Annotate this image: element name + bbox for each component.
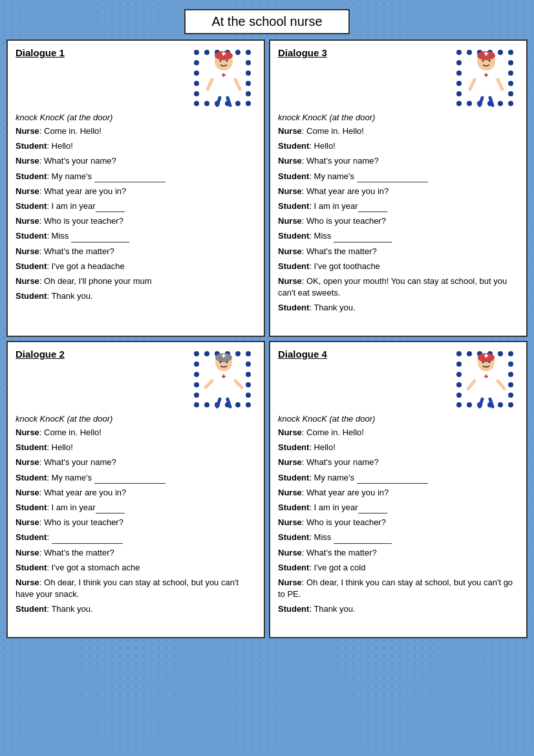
svg-point-78 bbox=[235, 402, 240, 407]
svg-point-85 bbox=[246, 372, 251, 377]
svg-point-107 bbox=[508, 351, 513, 356]
svg-rect-58 bbox=[486, 52, 487, 56]
svg-point-60 bbox=[489, 60, 491, 62]
d3-line-1: Nurse: Come in. Hello! bbox=[278, 125, 518, 137]
svg-point-106 bbox=[498, 351, 503, 356]
svg-point-45 bbox=[508, 101, 513, 106]
d4-line-3: Nurse: What's your name? bbox=[278, 457, 518, 468]
svg-point-15 bbox=[194, 91, 199, 96]
svg-point-6 bbox=[194, 101, 199, 106]
d1-line-5: Nurse: What year are you in? bbox=[16, 186, 256, 197]
d3-line-3: Nurse: What's your name? bbox=[278, 155, 518, 167]
svg-rect-131 bbox=[486, 374, 487, 378]
svg-point-83 bbox=[194, 393, 199, 398]
svg-point-16 bbox=[246, 60, 251, 65]
svg-rect-63 bbox=[486, 73, 487, 77]
d1-line-0: knock KnocK (at the door) bbox=[16, 113, 256, 122]
dialogue-1-lines: knock KnocK (at the door) Nurse: Come in… bbox=[16, 113, 256, 302]
d4-line-10: Student: I've got a cold bbox=[278, 562, 518, 574]
svg-point-1 bbox=[204, 50, 209, 55]
svg-point-14 bbox=[194, 81, 199, 86]
svg-point-35 bbox=[467, 50, 472, 55]
d4-line-11: Nurse: Oh dear, I think you can stay at … bbox=[278, 577, 518, 600]
d1-line-6: Student: I am in year bbox=[16, 200, 256, 212]
svg-point-17 bbox=[246, 70, 251, 76]
svg-line-31 bbox=[235, 80, 240, 89]
d1-line-11: Nurse: Oh dear, I'll phone your mum bbox=[16, 275, 256, 287]
d4-line-4: Student: My name's bbox=[278, 472, 518, 484]
page-title: At the school nurse bbox=[211, 14, 322, 29]
svg-point-74 bbox=[194, 402, 199, 407]
svg-point-12 bbox=[194, 60, 199, 65]
d2-line-4: Student: My name's bbox=[16, 472, 256, 484]
svg-point-81 bbox=[194, 372, 199, 377]
d1-line-12: Student: Thank you. bbox=[16, 290, 256, 302]
d1-line-9: Nurse: What's the matter? bbox=[16, 246, 256, 257]
svg-point-0 bbox=[194, 50, 199, 55]
svg-point-102 bbox=[456, 351, 462, 356]
d3-line-10: Student: I've got toothache bbox=[278, 261, 518, 272]
d3-line-7: Nurse: Who is your teacher? bbox=[278, 215, 518, 227]
dialogue-4-lines: knock KnocK (at the door) Nurse: Come in… bbox=[278, 414, 518, 615]
dialogue-3-title: Dialogue 3 bbox=[278, 47, 327, 58]
svg-point-34 bbox=[456, 50, 462, 55]
d1-line-4: Student: My name's bbox=[16, 171, 256, 182]
svg-point-13 bbox=[194, 70, 199, 76]
svg-point-84 bbox=[246, 362, 251, 367]
svg-rect-126 bbox=[486, 354, 487, 358]
d1-line-8: Student: Miss bbox=[16, 230, 256, 242]
dialogue-1-box: Dialogue 1 bbox=[6, 39, 265, 337]
d4-line-0: knock KnocK (at the door) bbox=[278, 414, 518, 424]
svg-point-40 bbox=[456, 101, 462, 106]
svg-point-73 bbox=[246, 351, 251, 356]
svg-line-133 bbox=[498, 381, 504, 389]
svg-point-79 bbox=[246, 402, 251, 407]
svg-point-50 bbox=[508, 60, 513, 65]
svg-point-44 bbox=[498, 101, 503, 106]
svg-point-41 bbox=[467, 101, 472, 106]
dialogue-2-box: Dialogue 2 bbox=[6, 341, 265, 638]
svg-point-48 bbox=[456, 81, 462, 86]
svg-point-117 bbox=[456, 393, 462, 398]
d2-line-11: Nurse: Oh dear, I think you can stay at … bbox=[16, 577, 256, 600]
d1-line-7: Nurse: Who is your teacher? bbox=[16, 215, 256, 227]
svg-point-116 bbox=[456, 382, 462, 387]
svg-point-93 bbox=[220, 362, 222, 363]
svg-point-108 bbox=[456, 402, 462, 407]
d2-line-8: Student: bbox=[16, 532, 256, 543]
d2-line-12: Student: Thank you. bbox=[16, 603, 256, 615]
d4-line-8: Student: Miss bbox=[278, 532, 518, 543]
svg-point-26 bbox=[226, 60, 228, 62]
dialogue-4-title: Dialogue 4 bbox=[278, 349, 327, 360]
dialogue-4-box: Dialogue 4 bbox=[269, 341, 528, 638]
svg-rect-24 bbox=[223, 52, 224, 56]
svg-point-113 bbox=[508, 402, 513, 407]
svg-point-82 bbox=[194, 382, 199, 387]
svg-point-47 bbox=[456, 70, 462, 76]
svg-line-64 bbox=[470, 80, 475, 89]
svg-point-75 bbox=[204, 402, 209, 407]
d2-line-0: knock KnocK (at the door) bbox=[16, 414, 256, 424]
svg-point-25 bbox=[220, 60, 222, 62]
svg-line-30 bbox=[208, 80, 212, 89]
svg-line-65 bbox=[498, 80, 502, 89]
svg-point-87 bbox=[246, 393, 251, 398]
d4-line-7: Nurse: Who is your teacher? bbox=[278, 517, 518, 528]
svg-point-51 bbox=[508, 70, 513, 76]
d1-line-2: Student: Hello! bbox=[16, 140, 256, 152]
svg-line-132 bbox=[468, 381, 475, 389]
main-grid: Dialogue 1 bbox=[6, 39, 528, 638]
svg-point-80 bbox=[194, 362, 199, 367]
svg-point-10 bbox=[235, 101, 240, 106]
d4-line-6: Student: I am in year bbox=[278, 502, 518, 513]
dialogue-3-lines: knock KnocK (at the door) Nurse: Come in… bbox=[278, 113, 518, 314]
svg-point-38 bbox=[498, 50, 503, 55]
svg-point-68 bbox=[194, 351, 199, 356]
svg-point-49 bbox=[456, 91, 462, 96]
d2-line-5: Nurse: What year are you in? bbox=[16, 487, 256, 499]
nurse-illustration-3 bbox=[454, 47, 518, 109]
svg-point-114 bbox=[456, 362, 462, 367]
d3-line-12: Student: Thank you. bbox=[278, 302, 518, 314]
svg-point-115 bbox=[456, 372, 462, 377]
d4-line-5: Nurse: What year are you in? bbox=[278, 487, 518, 499]
